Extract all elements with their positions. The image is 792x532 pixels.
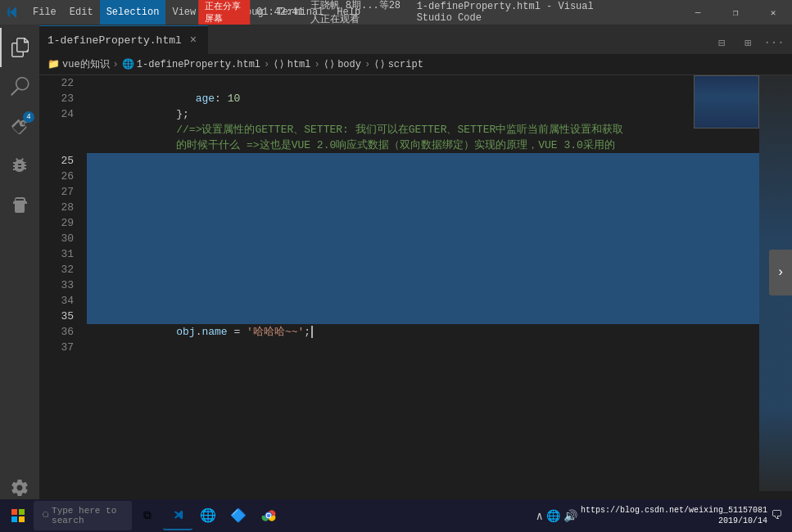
menu-view[interactable]: View <box>165 0 202 25</box>
app3-icon: 🔷 <box>229 506 248 525</box>
cortana-button[interactable]: Type here to search <box>34 501 132 530</box>
close-button[interactable]: ✕ <box>754 0 792 25</box>
taskbar-notification-icon[interactable]: 🗨 <box>771 509 782 522</box>
panel-expand-button[interactable]: › <box>769 250 792 295</box>
editor[interactable]: 22 23 24 · · 25 26 27 28 29 30 31 32 33 … <box>39 75 759 491</box>
stream-time: 01:42:41 <box>256 7 304 18</box>
line-26: 26 <box>39 169 74 184</box>
windows-icon <box>8 506 28 525</box>
line-22: 22 <box>39 75 74 91</box>
menu-file[interactable]: File <box>26 0 63 25</box>
taskbar-network-icon[interactable]: 🌐 <box>546 509 560 523</box>
minimize-button[interactable]: — <box>679 0 717 25</box>
svg-rect-2 <box>11 516 17 522</box>
code-line-32: } <box>87 262 759 277</box>
tab-close-button[interactable]: × <box>187 34 200 47</box>
task-view-button[interactable]: ⧉ <box>133 501 162 530</box>
split-editor-button[interactable]: ⊟ <box>710 31 733 54</box>
line-25: 25 <box>39 153 74 169</box>
more-tabs-button[interactable]: ··· <box>763 31 785 54</box>
code-line-24a: //=>设置属性的GETTER、SETTER: 我们可以在GETTER、SETT… <box>87 106 759 122</box>
taskbar-clock[interactable]: https://blog.csdn.net/weixing_51157081 2… <box>581 505 767 526</box>
code-line-24c: 是PROXY <box>87 138 759 153</box>
breadcrumb-body[interactable]: ⟨⟩ body <box>324 58 361 70</box>
taskbar-up-icon[interactable]: ∧ <box>536 509 543 523</box>
line-24c: · <box>39 138 74 153</box>
code-line-22: age: 10 <box>87 75 759 91</box>
breadcrumb-file[interactable]: 🌐 1-defineProperty.html <box>122 58 260 70</box>
preview-thumbnail <box>694 75 759 128</box>
line-23: 23 <box>39 91 74 106</box>
html-icon: ⟨⟩ <box>273 58 284 70</box>
vscode-taskbar-icon <box>168 505 188 525</box>
title-bar: File Edit Selection View Go Debug Termin… <box>0 0 792 25</box>
line-37: 37 <box>39 340 74 355</box>
breadcrumb-sep-3: › <box>315 59 320 70</box>
line-24b: · <box>39 122 74 138</box>
code-line-34: // console.log(obj.name); <box>87 293 759 309</box>
restore-button[interactable]: ❐ <box>717 0 754 25</box>
menu-selection[interactable]: Selection <box>100 0 166 25</box>
chrome-icon <box>259 506 278 525</box>
code-line-26: get() { <box>87 169 759 184</box>
line-35: 35 <box>39 309 74 324</box>
code-line-25: Object.defineProperty(obj, 'name', { <box>87 153 759 169</box>
svg-rect-1 <box>19 509 25 515</box>
taskbar-app3[interactable]: 🔷 <box>224 501 253 530</box>
start-button[interactable] <box>3 501 33 530</box>
code-line-31: console.log('SETTER', value); <box>87 246 759 262</box>
breadcrumb-html[interactable]: ⟨⟩ html <box>273 58 310 70</box>
taskbar-sound-icon[interactable]: 🔊 <box>563 509 577 523</box>
script-icon: ⟨⟩ <box>373 58 385 70</box>
activity-scm[interactable]: 4 <box>0 106 39 146</box>
line-24: 24 <box>39 106 74 122</box>
thumbnail-content <box>695 76 758 128</box>
breadcrumb-sep-4: › <box>364 59 370 70</box>
activity-debug[interactable] <box>0 146 39 185</box>
breadcrumb-script[interactable]: ⟨⟩ script <box>373 58 423 70</box>
body-icon: ⟨⟩ <box>324 58 335 70</box>
code-area[interactable]: age: 10 }; //=>设置属性的GETTER、SETTER: 我们可以在… <box>80 75 759 491</box>
line-32: 32 <box>39 262 74 277</box>
line-29: 29 <box>39 215 74 231</box>
windows-taskbar: Type here to search ⧉ 🌐 🔷 ∧ <box>0 499 792 532</box>
taskbar-browser[interactable]: 🌐 <box>193 501 223 530</box>
activity-explorer[interactable] <box>0 28 39 67</box>
line-27: 27 <box>39 184 74 200</box>
tab-actions: ⊟ ⊞ ··· <box>710 31 792 54</box>
line-34: 34 <box>39 293 74 309</box>
activity-search[interactable] <box>0 67 39 106</box>
taskbar-url: https://blog.csdn.net/weixing_51157081 <box>581 505 767 516</box>
folder-icon: 📁 <box>48 58 60 70</box>
title-center: 正在分享屏幕 01:42:41 王骁帆 8期...等28人正在观看 1-defi… <box>198 0 595 26</box>
svg-rect-0 <box>11 509 17 515</box>
breadcrumb-sep-2: › <box>264 59 269 70</box>
taskbar-vscode[interactable] <box>163 501 192 530</box>
code-line-29: }, <box>87 215 759 231</box>
tab-filename: 1-defineProperty.html <box>48 34 182 47</box>
window-icon-area <box>0 6 26 19</box>
breadcrumb: 📁 vue的知识 › 🌐 1-defineProperty.html › ⟨⟩ … <box>39 54 792 75</box>
task-view-icon: ⧉ <box>138 506 157 525</box>
menu-edit[interactable]: Edit <box>63 0 100 25</box>
taskbar-chrome[interactable] <box>254 501 283 530</box>
code-line-24b: 的时候干什么 =>这也是VUE 2.0响应式数据（双向数据绑定）实现的原理，VU… <box>87 122 759 138</box>
code-line-30: set(value) { <box>87 231 759 246</box>
line-33: 33 <box>39 277 74 293</box>
breadcrumb-root[interactable]: 📁 vue的知识 <box>48 57 110 71</box>
activity-bar: 4 <box>0 25 39 507</box>
line-36: 36 <box>39 324 74 340</box>
taskbar-right: ∧ 🌐 🔊 https://blog.csdn.net/weixing_5115… <box>536 505 789 526</box>
taskbar-date: 2019/10/14 <box>718 516 767 526</box>
file-icon: 🌐 <box>122 58 134 70</box>
line-numbers: 22 23 24 · · 25 26 27 28 29 30 31 32 33 … <box>39 75 80 491</box>
code-line-27: console.log('GETTER'); <box>87 184 759 200</box>
code-line-35: obj.name = '哈哈哈~~'; <box>87 309 759 324</box>
line-30: 30 <box>39 231 74 246</box>
code-line-23: }; <box>87 91 759 106</box>
layout-button[interactable]: ⊞ <box>736 31 759 54</box>
stream-info: 王骁帆 8期...等28人正在观看 <box>310 0 410 26</box>
activity-extensions[interactable] <box>0 185 39 224</box>
scm-badge: 4 <box>23 111 34 123</box>
tab-active[interactable]: 1-defineProperty.html × <box>39 25 208 54</box>
